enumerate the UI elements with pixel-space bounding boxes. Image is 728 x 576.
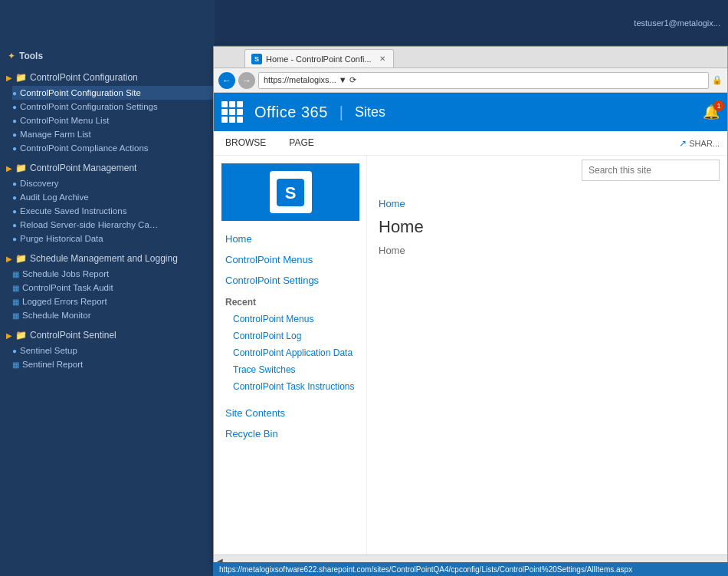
item-cp-menu-list[interactable]: ● ControlPoint Menu List (12, 114, 215, 127)
bar-chart-icon: ▦ (12, 360, 19, 369)
recent-cp-app-data[interactable]: ControlPoint Application Data (214, 344, 366, 361)
tools-row[interactable]: ✦ Tools (0, 46, 215, 66)
section-label-2: ControlPoint Management (30, 163, 136, 173)
left-panel: ✦ Tools ▶ 📁 ControlPoint Configuration ●… (0, 0, 215, 576)
tab-label: Home - ControlPoint Confi... (266, 54, 372, 64)
folder-icon-1: 📁 (15, 72, 27, 83)
sp-site-name: Sites (355, 104, 385, 120)
site-contents-link[interactable]: Site Contents (214, 403, 366, 423)
sp-main-content: Home Home Home (367, 156, 727, 555)
section-cp-configuration: ▶ 📁 ControlPoint Configuration ● Control… (0, 66, 215, 156)
recent-section-header: Recent (214, 291, 366, 311)
item-cp-task-audit[interactable]: ▦ ControlPoint Task Audit (12, 281, 215, 295)
share-label: SHAR... (689, 139, 720, 148)
section-header-schedule[interactable]: ▶ 📁 Schedule Management and Logging (0, 250, 215, 267)
item-label: Sentinel Report (22, 360, 83, 369)
svg-text:S: S (285, 183, 297, 202)
circle-icon: ● (12, 207, 17, 216)
tools-label: Tools (19, 51, 43, 61)
sidebar-cp-menus-link[interactable]: ControlPoint Menus (214, 249, 366, 270)
item-label: Schedule Monitor (22, 311, 91, 320)
item-execute-saved-instructions[interactable]: ● Execute Saved Instructions (12, 204, 215, 218)
sidebar-home-link[interactable]: Home (214, 229, 366, 249)
share-icon: ↗ (679, 138, 687, 149)
folder-icon-3: 📁 (15, 253, 27, 264)
item-label: ControlPoint Task Audit (22, 283, 113, 292)
item-cp-config-site[interactable]: ● ControlPoint Configuration Site (12, 86, 215, 100)
item-label: ControlPoint Compliance Actions (20, 143, 148, 153)
recent-cp-log[interactable]: ControlPoint Log (214, 327, 366, 344)
section-header-cp-management[interactable]: ▶ 📁 ControlPoint Management (0, 160, 215, 176)
item-label: Purge Historical Data (20, 234, 103, 243)
sp-logo-icon: S (270, 171, 312, 213)
item-label: Logged Errors Report (22, 297, 107, 306)
item-label: Schedule Jobs Report (22, 269, 109, 278)
item-label: Sentinel Setup (20, 346, 77, 355)
section-schedule-management: ▶ 📁 Schedule Management and Logging ▦ Sc… (0, 247, 215, 324)
sp-sidebar: S Home ControlPoint Menus ControlPoint S… (214, 156, 367, 555)
circle-icon: ● (12, 117, 17, 125)
circle-icon: ● (12, 179, 17, 188)
browser-tab[interactable]: S Home - ControlPoint Confi... ✕ (244, 49, 394, 67)
recent-cp-menus[interactable]: ControlPoint Menus (214, 311, 366, 327)
section-label-1: ControlPoint Configuration (30, 72, 138, 83)
item-audit-log-archive[interactable]: ● Audit Log Archive (12, 190, 215, 204)
nav-browse[interactable]: BROWSE (221, 131, 270, 155)
share-button[interactable]: ↗ SHAR... (679, 138, 720, 149)
item-label: Execute Saved Instructions (20, 206, 126, 216)
back-button[interactable]: ← (218, 72, 235, 89)
item-label: Reload Server-side Hierarchy Cach... (20, 220, 162, 229)
search-input[interactable] (582, 160, 720, 181)
sp-product-title: Office 365 (254, 104, 328, 121)
notification-bell[interactable]: 🔔 1 (703, 104, 720, 120)
section-header-sentinel[interactable]: ▶ 📁 ControlPoint Sentinel (0, 327, 215, 344)
browser-window: S Home - ControlPoint Confi... ✕ ← → 🔒 O… (213, 46, 728, 568)
item-logged-errors-report[interactable]: ▦ Logged Errors Report (12, 295, 215, 308)
item-manage-farm-list[interactable]: ● Manage Farm List (12, 127, 215, 141)
section-items-3: ▦ Schedule Jobs Report ▦ ControlPoint Ta… (0, 267, 215, 322)
circle-icon: ● (12, 235, 17, 243)
browser-toolbar: ← → 🔒 (214, 68, 727, 93)
item-schedule-jobs-report[interactable]: ▦ Schedule Jobs Report (12, 267, 215, 281)
folder-icon-2: 📁 (15, 163, 27, 173)
browser-tabs: S Home - ControlPoint Confi... ✕ (214, 47, 727, 68)
breadcrumb: Home (379, 198, 716, 209)
section-items-1: ● ControlPoint Configuration Site ● Cont… (0, 86, 215, 155)
waffle-icon[interactable] (221, 101, 243, 123)
nav-page[interactable]: PAGE (285, 131, 317, 155)
circle-icon: ● (12, 347, 17, 355)
item-label: Audit Log Archive (20, 193, 89, 202)
sp-logo: S (221, 163, 359, 221)
recent-cp-task-instructions[interactable]: ControlPoint Task Instructions (214, 378, 366, 395)
sp-divider: | (339, 104, 343, 121)
section-cp-management: ▶ 📁 ControlPoint Management ● Discovery … (0, 156, 215, 247)
triangle-icon-4: ▶ (6, 331, 12, 340)
page-home-title: Home (379, 217, 716, 237)
sidebar-cp-settings-link[interactable]: ControlPoint Settings (214, 270, 366, 291)
wrench-icon: ✦ (8, 51, 15, 61)
item-cp-config-settings[interactable]: ● ControlPoint Configuration Settings (12, 100, 215, 114)
item-discovery[interactable]: ● Discovery (12, 176, 215, 190)
ssl-icon: 🔒 (712, 75, 723, 85)
status-bar: https://metalogixsoftware622.sharepoint.… (213, 562, 728, 576)
page-home-label: Home (379, 245, 716, 256)
forward-button[interactable]: → (238, 72, 255, 89)
item-purge-historical-data[interactable]: ● Purge Historical Data (12, 232, 215, 245)
address-bar[interactable] (258, 72, 709, 89)
sp-nav-bar: BROWSE PAGE ↗ SHAR... (214, 131, 727, 156)
circle-icon: ● (12, 193, 17, 202)
item-sentinel-report[interactable]: ▦ Sentinel Report (12, 357, 215, 371)
recycle-bin-link[interactable]: Recycle Bin (214, 423, 366, 444)
triangle-icon-2: ▶ (6, 164, 12, 173)
section-header-cp-configuration[interactable]: ▶ 📁 ControlPoint Configuration (0, 69, 215, 86)
item-cp-compliance-actions[interactable]: ● ControlPoint Compliance Actions (12, 141, 215, 155)
item-sentinel-setup[interactable]: ● Sentinel Setup (12, 344, 215, 357)
item-reload-hierarchy[interactable]: ● Reload Server-side Hierarchy Cach... (12, 218, 215, 232)
tab-close-button[interactable]: ✕ (379, 54, 385, 63)
item-label: Manage Farm List (20, 130, 91, 139)
triangle-icon-3: ▶ (6, 255, 12, 263)
user-email: testuser1@metalogix... (634, 18, 728, 28)
item-schedule-monitor[interactable]: ▦ Schedule Monitor (12, 308, 215, 322)
recent-trace-switches[interactable]: Trace Switches (214, 361, 366, 378)
circle-icon: ● (12, 89, 17, 97)
